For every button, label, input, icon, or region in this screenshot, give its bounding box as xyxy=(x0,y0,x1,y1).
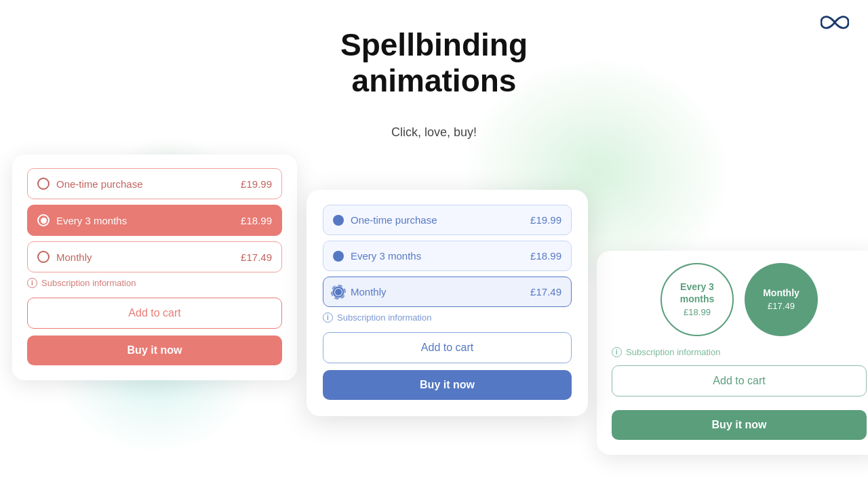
page-heading: Spellbinding animations xyxy=(340,27,528,99)
option-one-time-pink[interactable]: One-time purchase £19.99 xyxy=(27,168,282,199)
circle-3months-green[interactable]: Every 3 months £18.99 xyxy=(660,263,734,336)
option-price: £19.99 xyxy=(241,178,272,190)
info-icon-pink: i xyxy=(27,278,37,288)
sub-info-label: Subscription information xyxy=(626,347,720,357)
subscription-info-blue[interactable]: i Subscription information xyxy=(323,312,572,323)
sub-info-label: Subscription information xyxy=(41,278,136,288)
circle-price: £17.49 xyxy=(768,301,795,312)
option-monthly-blue[interactable]: Monthly £17.49 xyxy=(323,277,572,307)
info-icon-blue: i xyxy=(323,312,333,323)
dot-one-time-blue xyxy=(333,215,344,226)
circle-monthly-green[interactable]: Monthly £17.49 xyxy=(745,263,818,336)
subscription-info-green[interactable]: i Subscription information xyxy=(612,347,867,357)
card-pink: One-time purchase £19.99 Every 3 months … xyxy=(12,155,297,380)
add-to-cart-button-green[interactable]: Add to cart xyxy=(612,365,867,396)
circle-label: Monthly xyxy=(763,287,800,299)
add-to-cart-button-blue[interactable]: Add to cart xyxy=(323,332,572,363)
option-price: £18.99 xyxy=(241,215,272,226)
buy-it-now-button-green[interactable]: Buy it now xyxy=(612,410,867,440)
option-label: Every 3 months xyxy=(351,250,421,262)
option-monthly-pink[interactable]: Monthly £17.49 xyxy=(27,241,282,272)
infinity-icon xyxy=(821,15,849,30)
circles-row: Every 3 months £18.99 Monthly £17.49 xyxy=(612,263,867,336)
subscription-info-pink[interactable]: i Subscription information xyxy=(27,278,282,288)
option-label: One-time purchase xyxy=(351,214,437,226)
option-price: £17.49 xyxy=(241,251,272,263)
dot-3months-blue xyxy=(333,251,344,262)
buy-it-now-button-blue[interactable]: Buy it now xyxy=(323,370,572,400)
info-icon-green: i xyxy=(612,347,622,357)
option-row-left: Monthly xyxy=(333,286,387,298)
heading-line2: animations xyxy=(340,63,528,99)
radio-one-time-pink xyxy=(37,178,50,190)
radio-3months-pink xyxy=(37,214,50,226)
card-blue: One-time purchase £19.99 Every 3 months … xyxy=(307,190,588,416)
dot-monthly-blue xyxy=(333,287,344,298)
option-price: £18.99 xyxy=(530,250,561,262)
heading-line1: Spellbinding xyxy=(340,27,528,63)
add-to-cart-button-pink[interactable]: Add to cart xyxy=(27,298,282,329)
buy-it-now-button-pink[interactable]: Buy it now xyxy=(27,336,282,365)
option-3months-blue[interactable]: Every 3 months £18.99 xyxy=(323,241,572,271)
card-green: Every 3 months £18.99 Monthly £17.49 i S… xyxy=(597,251,868,455)
option-row-left: Every 3 months xyxy=(333,250,421,262)
option-price: £19.99 xyxy=(530,214,561,226)
circle-label: Every 3 months xyxy=(662,281,732,305)
option-row-left: Every 3 months xyxy=(37,214,127,226)
option-label: Every 3 months xyxy=(56,215,127,226)
option-price: £17.49 xyxy=(530,286,561,298)
option-label: Monthly xyxy=(56,251,92,263)
logo xyxy=(821,15,849,33)
option-label: One-time purchase xyxy=(56,178,143,190)
sub-info-label: Subscription information xyxy=(337,312,431,323)
circle-price: £18.99 xyxy=(684,307,711,319)
option-row-left: Monthly xyxy=(37,251,92,263)
option-row-left: One-time purchase xyxy=(37,178,143,190)
option-one-time-blue[interactable]: One-time purchase £19.99 xyxy=(323,205,572,235)
page-subheading: Click, love, buy! xyxy=(391,125,477,140)
option-label: Monthly xyxy=(351,286,387,298)
option-3months-pink[interactable]: Every 3 months £18.99 xyxy=(27,205,282,236)
radio-monthly-pink xyxy=(37,251,50,263)
option-row-left: One-time purchase xyxy=(333,214,437,226)
